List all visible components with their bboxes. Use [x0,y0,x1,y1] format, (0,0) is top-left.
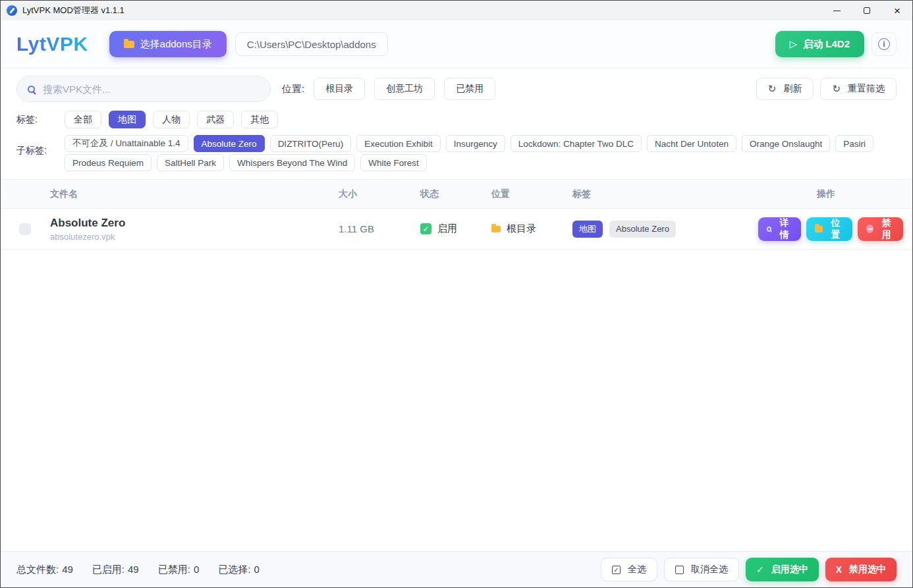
subtag-lockdown[interactable]: Lockdown: Chapter Two DLC [511,135,642,152]
reset-label: 重置筛选 [848,83,885,95]
addons-path-field[interactable]: C:\Users\PC\Desktop\addons [235,32,388,56]
col-location: 位置 [484,188,564,200]
enabled-check-icon: ✓ [420,223,431,234]
subtag-white-forest[interactable]: White Forest [360,154,427,171]
location-filter-workshop[interactable]: 创意工坊 [374,78,435,100]
stat-total-label: 总文件数: [16,564,59,576]
window-title: LytVPK MOD管理器 v1.1.1 [22,5,124,16]
refresh-button[interactable]: ↻ 刷新 [756,78,814,100]
disable-selected-label: 禁用选中 [849,564,886,575]
row-checkbox[interactable] [19,223,31,235]
header: LytVPK 选择addons目录 C:\Users\PC\Desktop\ad… [1,20,912,68]
folder-icon [815,226,823,232]
subtags-label: 子标签: [16,145,65,157]
tag-other[interactable]: 其他 [241,111,278,128]
location-filter-disabled[interactable]: 已禁用 [444,78,495,100]
search-input[interactable] [43,84,260,95]
launch-label: 启动 L4D2 [803,38,850,51]
refresh-label: 刷新 [783,83,802,95]
stat-selected-label: 已选择: [218,564,250,576]
location-label: 位置 [827,217,844,241]
no-entry-icon [866,225,873,233]
details-button[interactable]: 详情 [758,217,801,241]
details-label: 详情 [776,217,792,241]
app-window: LytVPK MOD管理器 v1.1.1 × LytVPK 选择addons目录… [0,0,913,588]
info-icon: i [878,38,890,50]
subtag-nacht-der-untoten[interactable]: Nacht Der Untoten [647,135,736,152]
tag-characters[interactable]: 人物 [153,111,190,128]
reset-filters-button[interactable]: ↻ 重置筛选 [820,78,897,100]
x-icon: X [836,564,842,575]
location-filter-root[interactable]: 根目录 [314,78,365,100]
col-filename: 文件名 [38,188,330,200]
maximize-icon [864,7,870,14]
stat-disabled: 已禁用: 0 [158,564,200,576]
select-addons-label: 选择addons目录 [140,38,212,51]
refresh-icon: ↻ [768,83,777,95]
checkbox-checked-icon: ✓ [612,566,621,574]
tag-maps[interactable]: 地图 [109,111,146,128]
disable-selected-button[interactable]: X 禁用选中 [825,558,897,581]
disable-button[interactable]: 禁用 [858,217,903,241]
file-title: Absolute Zero [50,216,330,230]
checkbox-empty-icon [675,566,684,574]
subtag-absolute-zero[interactable]: Absolute Zero [194,135,265,152]
open-location-button[interactable]: 位置 [806,217,852,241]
col-size: 大小 [330,188,412,200]
launch-l4d2-button[interactable]: ▷ 启动 L4D2 [775,31,864,57]
about-button[interactable]: i [872,32,897,56]
subtags-row: 子标签: 不可企及 / Unattainable 1.4 Absolute Ze… [16,135,897,171]
check-icon: ✓ [756,564,764,575]
app-logo-text: LytVPK [16,33,88,55]
subtag-pasiri[interactable]: Pasiri [835,135,873,152]
app-logo-icon [7,5,17,16]
subtag-salthell-park[interactable]: SaltHell Park [157,154,224,171]
subtag-unattainable[interactable]: 不可企及 / Unattainable 1.4 [65,135,188,152]
stat-enabled-label: 已启用: [92,564,124,576]
tag-badge-primary: 地图 [572,221,603,238]
tags-row: 标签: 全部 地图 人物 武器 其他 [16,111,897,128]
stat-total: 总文件数: 49 [16,564,73,576]
stat-disabled-value: 0 [194,564,199,576]
file-location-cell: 根目录 [484,223,564,235]
subtag-diztrito[interactable]: DIZTRITO(Peru) [270,135,352,152]
minimize-button[interactable] [821,1,852,20]
file-name-cell: Absolute Zero absolutezero.vpk [38,216,330,241]
enable-selected-button[interactable]: ✓ 启用选中 [746,558,819,581]
table-row: Absolute Zero absolutezero.vpk 1.11 GB ✓… [1,209,912,250]
search-box [16,76,271,102]
tag-all[interactable]: 全部 [65,111,101,128]
subtag-whispers[interactable]: Whispers Beyond The Wind [229,154,355,171]
tags-label: 标签: [16,114,65,126]
folder-icon [124,41,134,48]
magnifier-icon [767,227,771,232]
subtag-execution-exhibit[interactable]: Execution Exhibit [356,135,441,152]
close-button[interactable]: × [882,1,912,20]
subtag-prodeus-requiem[interactable]: Prodeus Requiem [65,154,152,171]
file-status: 启用 [437,223,457,235]
titlebar: LytVPK MOD管理器 v1.1.1 × [1,1,912,20]
play-icon: ▷ [790,38,798,50]
select-addons-button[interactable]: 选择addons目录 [109,31,227,57]
file-size: 1.11 GB [330,223,412,234]
stat-total-value: 49 [62,564,73,576]
row-actions: 详情 位置 禁用 [758,217,912,241]
col-status: 状态 [412,188,484,200]
subtag-orange-onslaught[interactable]: Orange Onslaught [742,135,830,152]
subtag-insurgency[interactable]: Insurgency [446,135,505,152]
tag-weapons[interactable]: 武器 [197,111,234,128]
subtag-list: 不可企及 / Unattainable 1.4 Absolute Zero DI… [65,135,897,171]
stat-selected-value: 0 [254,564,259,576]
col-tags: 标签 [564,188,758,200]
empty-list-area [1,250,912,551]
minimize-icon [833,11,841,11]
file-tags-cell: 地图 Absolute Zero [564,221,758,238]
maximize-button[interactable] [852,1,882,20]
deselect-all-button[interactable]: 取消全选 [664,558,739,581]
folder-icon [491,226,501,232]
enable-selected-label: 启用选中 [771,564,808,575]
file-filename: absolutezero.vpk [50,232,330,242]
select-all-button[interactable]: ✓ 全选 [601,558,657,581]
file-location: 根目录 [507,223,536,235]
status-bar: 总文件数: 49 已启用: 49 已禁用: 0 已选择: 0 ✓ 全选 取消全选… [1,551,912,587]
